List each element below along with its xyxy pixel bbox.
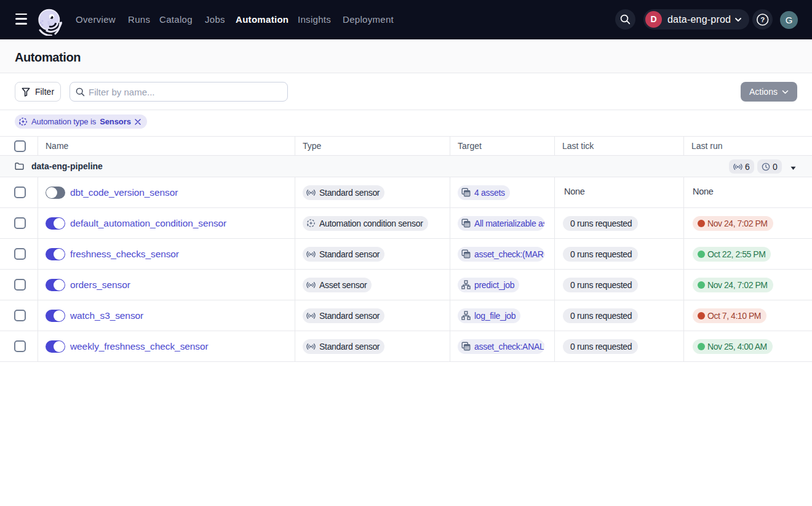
svg-text:?: ? [760, 16, 765, 23]
